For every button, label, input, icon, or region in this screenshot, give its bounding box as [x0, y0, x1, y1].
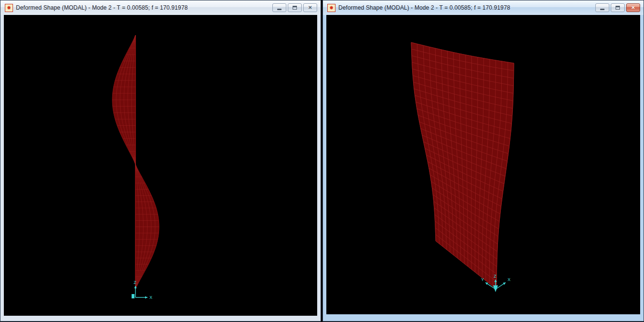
minimize-icon [277, 9, 282, 10]
minimize-icon [600, 9, 604, 10]
minimize-button[interactable] [595, 3, 609, 12]
close-icon: ✕ [308, 5, 312, 10]
close-button[interactable]: ✕ [303, 3, 317, 12]
axis-label-y: Y [481, 277, 484, 282]
axis-label-z: Z [494, 274, 496, 279]
model-viewport-3d[interactable]: YZX [326, 15, 640, 314]
deformed-shape-elevation-drawing: ZX [4, 15, 317, 316]
restore-button[interactable] [288, 3, 302, 12]
axis-label-z: Z [134, 280, 136, 285]
restore-button[interactable] [611, 3, 625, 12]
axis-label-x: X [508, 277, 510, 282]
window-deformed-shape-3d[interactable]: ✸ Deformed Shape (MODAL) - Mode 2 - T = … [322, 0, 644, 322]
titlebar[interactable]: ✸ Deformed Shape (MODAL) - Mode 2 - T = … [0, 0, 321, 15]
close-button[interactable]: ✕ [626, 3, 640, 12]
window-title: Deformed Shape (MODAL) - Mode 2 - T = 0.… [16, 4, 188, 11]
titlebar[interactable]: ✸ Deformed Shape (MODAL) - Mode 2 - T = … [323, 0, 644, 15]
restore-icon [293, 6, 297, 10]
model-viewport-elevation[interactable]: ZX [4, 15, 317, 316]
minimize-button[interactable] [272, 3, 286, 12]
sap2000-app-icon: ✸ [5, 4, 13, 12]
window-deformed-shape-elevation[interactable]: ✸ Deformed Shape (MODAL) - Mode 2 - T = … [0, 0, 321, 322]
restore-icon [616, 6, 620, 10]
window-title: Deformed Shape (MODAL) - Mode 2 - T = 0.… [338, 4, 510, 11]
sap2000-app-icon: ✸ [327, 4, 335, 12]
window-controls: ✕ [272, 3, 317, 12]
axis-label-x: X [149, 295, 152, 300]
window-controls: ✕ [595, 3, 640, 12]
deformed-shape-3d-drawing: YZX [326, 15, 640, 314]
close-icon: ✕ [631, 5, 635, 10]
